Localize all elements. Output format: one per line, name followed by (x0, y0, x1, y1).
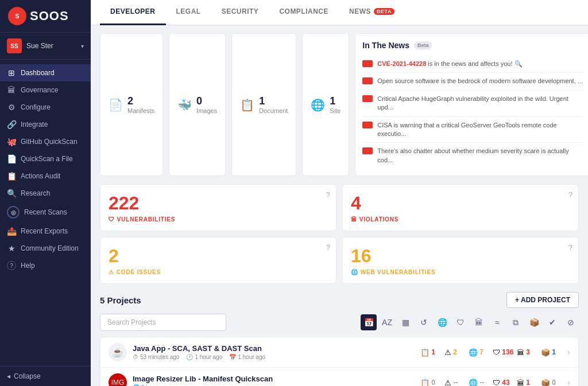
search-input[interactable] (100, 314, 226, 331)
violations-count: 4 (351, 193, 570, 214)
governance-icon: 🏛 (7, 85, 16, 95)
package-icon: 📦 (541, 348, 550, 357)
user-section[interactable]: SS Sue Ster ▾ (0, 33, 91, 60)
metric-code: ⚠2 (444, 348, 465, 357)
table-row[interactable]: IMG Image Resizer Lib - Manifest Quicksc… (100, 368, 578, 386)
violations-icon: 🏛 (517, 379, 524, 386)
help-icon[interactable]: ? (326, 243, 330, 252)
news-beta-badge: Beta (414, 41, 432, 49)
exports-icon: 📤 (7, 227, 16, 236)
sidebar-item-quickscan-file[interactable]: 📄 QuickScan a File (0, 150, 91, 167)
collapse-button[interactable]: ◂ Collapse (0, 366, 91, 386)
chevron-right-icon[interactable]: › (567, 378, 570, 386)
document-count: 1 (259, 95, 288, 107)
package-icon: 📦 (541, 379, 550, 386)
table-row[interactable]: ☕ Java App - SCA, SAST & DAST Scan ⏱ 53 … (100, 337, 578, 368)
sidebar-item-label: Integrate (21, 120, 48, 128)
tab-news[interactable]: NEWS BETA (339, 0, 405, 25)
metric-manifests: 📋1 (420, 348, 441, 357)
metric-package: 📦0 (541, 379, 562, 386)
calendar-icon[interactable]: 📅 (361, 314, 377, 330)
news-item-cve[interactable]: CVE-2021-44228 is in the news and affect… (362, 56, 583, 73)
news-text: There's also chatter about whether mediu… (377, 147, 583, 165)
metric-web: 🌐7 (469, 348, 489, 357)
news-item-2[interactable]: Critical Apache HugeGraph vulnerability … (362, 91, 583, 117)
news-item-icon (362, 95, 373, 102)
sidebar-item-label: Dashboard (21, 69, 55, 77)
metric-val: 43 (502, 379, 509, 386)
shield-filter-icon[interactable]: 🛡 (452, 314, 469, 330)
scan-filter-icon[interactable]: ≈ (489, 314, 505, 330)
sidebar-item-label: Research (21, 189, 50, 197)
projects-title: 5 Projects (100, 295, 141, 305)
help-icon: ? (7, 261, 16, 270)
project-metrics: 📋1 ⚠2 🌐7 🛡136 🏛3 📦1 (420, 348, 562, 357)
avatar: SS (7, 38, 22, 53)
tab-developer[interactable]: DEVELOPER (100, 0, 166, 25)
tab-security[interactable]: SECURITY (211, 0, 269, 25)
metric-val: -- (453, 379, 458, 386)
sidebar-item-configure[interactable]: ⚙ Configure (0, 99, 91, 116)
table-icon[interactable]: ▦ (397, 314, 413, 330)
project-name: Image Resizer Lib - Manifest Quickscan (133, 375, 415, 383)
package-icon[interactable]: 📦 (526, 314, 542, 330)
sidebar-item-label: Recent Exports (21, 227, 68, 235)
images-count: 0 (196, 95, 217, 107)
sidebar-item-label: Help (21, 262, 35, 270)
add-project-button[interactable]: + ADD PROJECT (506, 292, 579, 308)
project-logo: IMG (109, 373, 127, 386)
sidebar-item-research[interactable]: 🔍 Research (0, 185, 91, 202)
sidebar-item-integrate[interactable]: 🔗 Integrate (0, 116, 91, 133)
site-label: Site (330, 107, 341, 114)
sidebar-item-governance[interactable]: 🏛 Governance (0, 81, 91, 99)
news-item-icon (362, 60, 373, 67)
metric-val: 7 (479, 348, 483, 356)
stats-row: 📄 2 Manifests 🐳 0 Images 📋 1 Document (100, 33, 579, 176)
manifests-count: 2 (127, 95, 154, 107)
help-icon[interactable]: ? (568, 190, 572, 199)
news-item-4[interactable]: There's also chatter about whether mediu… (362, 143, 583, 169)
copy-icon[interactable]: ⧉ (508, 314, 524, 330)
sort-az-icon[interactable]: AZ (379, 314, 395, 330)
sidebar-item-github-quickscan[interactable]: 🐙 GitHub QuickScan (0, 133, 91, 150)
news-item-1[interactable]: Open source software is the bedrock of m… (362, 73, 583, 90)
project-info: Java App - SCA, SAST & DAST Scan ⏱ 53 mi… (133, 344, 415, 360)
sidebar-item-recent-scans[interactable]: ◎ Recent Scans (0, 202, 91, 223)
logo-icon: S (8, 7, 26, 25)
sidebar-item-label: Community Edition (21, 244, 79, 252)
metric-code: ⚠-- (444, 379, 465, 386)
vulnerabilities-label: 🛡 VULNERABILITIES (109, 216, 328, 223)
sidebar-item-label: QuickScan a File (21, 155, 73, 163)
project-name: Java App - SCA, SAST & DAST Scan (133, 344, 415, 353)
news-item-icon (362, 147, 373, 154)
shield-icon: 🛡 (493, 348, 500, 357)
help-icon[interactable]: ? (326, 190, 330, 199)
configure-icon: ⚙ (7, 103, 16, 112)
metric-vulnerabilities: ? 222 🛡 VULNERABILITIES (100, 184, 336, 231)
sidebar-item-label: Configure (21, 103, 51, 111)
audit-icon: 📋 (7, 171, 16, 181)
violations-filter-icon[interactable]: 🏛 (471, 314, 487, 330)
web-icon: 🌐 (469, 348, 478, 357)
tab-legal[interactable]: LEGAL (166, 0, 211, 25)
news-item-3[interactable]: CISA is warning that a critical GeoServe… (362, 117, 583, 143)
vulnerabilities-count: 222 (109, 193, 328, 214)
tab-compliance[interactable]: COMPLIANCE (269, 0, 339, 25)
sidebar-item-community-edition[interactable]: ★ Community Edition (0, 240, 91, 257)
time-icon: ⏱ 53 minutes ago (133, 354, 179, 360)
metric-violations: 🏛1 (517, 379, 537, 386)
projects-toolbar: 📅 AZ ▦ ↺ 🌐 🛡 🏛 ≈ ⧉ 📦 ✔ ⊘ (100, 314, 579, 331)
sidebar-item-dashboard[interactable]: ⊞ Dashboard (0, 64, 91, 81)
sidebar-item-help[interactable]: ? Help (0, 257, 91, 274)
sidebar-item-recent-exports[interactable]: 📤 Recent Exports (0, 223, 91, 240)
project-times: ⏱ 53 minutes ago 🕐 1 hour ago 📅 1 hour a… (133, 354, 415, 360)
help-icon[interactable]: ? (568, 243, 572, 252)
clear-icon[interactable]: ⊘ (563, 314, 579, 330)
globe-filter-icon[interactable]: 🌐 (434, 314, 450, 330)
sidebar-item-actions-audit[interactable]: 📋 Actions Audit (0, 167, 91, 185)
refresh-icon[interactable]: ↺ (416, 314, 432, 330)
chevron-right-icon[interactable]: › (567, 348, 570, 357)
metric-violations: ? 4 🏛 VIOLATIONS (342, 184, 579, 231)
news-item-icon (362, 122, 373, 128)
check-icon[interactable]: ✔ (544, 314, 560, 330)
